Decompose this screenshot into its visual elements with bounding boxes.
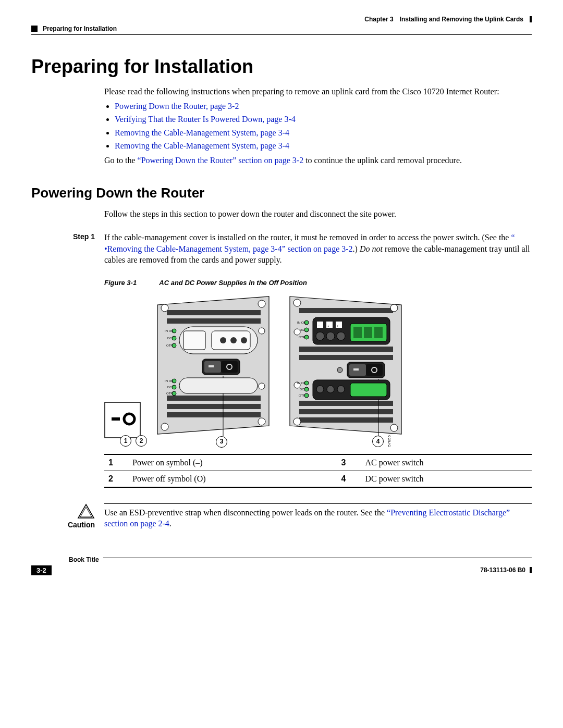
footer-end-bar-icon <box>530 567 532 573</box>
svg-point-48 <box>390 304 398 312</box>
svg-rect-30 <box>209 365 214 367</box>
caution-label: Caution <box>68 520 95 530</box>
svg-rect-76 <box>353 368 359 371</box>
callout-2: 2 <box>136 435 147 447</box>
callout-4: 4 <box>372 436 384 447</box>
svg-rect-64 <box>353 327 362 338</box>
document-page: Chapter 3 Installing and Removing the Up… <box>0 0 563 586</box>
svg-rect-42 <box>299 347 393 352</box>
svg-text:DC: DC <box>167 337 172 340</box>
svg-marker-91 <box>78 504 94 518</box>
svg-rect-33 <box>179 378 258 393</box>
svg-point-60 <box>316 332 324 340</box>
header-end-bar-icon <box>530 16 532 22</box>
table-row: 2 Power off symbol (O) 4 DC power switch <box>104 471 532 487</box>
svg-text:IN OK: IN OK <box>297 381 305 385</box>
svg-text:DC: DC <box>300 388 304 391</box>
svg-rect-20 <box>183 331 205 350</box>
h2-intro-text: Follow the steps in this section to powe… <box>104 208 532 220</box>
dc-power-supply: − ⏚ + IN OK DC <box>286 292 406 438</box>
svg-point-13 <box>259 328 265 334</box>
svg-point-84 <box>337 386 345 393</box>
svg-point-62 <box>337 332 345 340</box>
figure-artnum: 57855 <box>387 435 393 447</box>
svg-rect-81 <box>350 383 387 397</box>
svg-rect-4 <box>167 310 261 315</box>
callout-1: 1 <box>120 435 131 447</box>
section-marker-icon <box>31 26 38 32</box>
step-1-label: Step 1 <box>31 232 104 266</box>
svg-point-36 <box>172 391 176 396</box>
figure-legend-table: 1 Power on symbol (–) 3 AC power switch … <box>104 454 532 487</box>
page-footer: Book Title 3-2 78-13113-06 B0 <box>31 556 532 575</box>
svg-rect-46 <box>299 417 393 423</box>
figure-caption: Figure 3-1 AC and DC Power Supplies in t… <box>104 278 532 288</box>
svg-rect-8 <box>167 412 261 417</box>
svg-text:OTF: OTF <box>166 392 173 395</box>
step-1-body: If the cable-management cover is install… <box>104 232 532 266</box>
svg-text:OTF: OTF <box>166 344 173 347</box>
svg-rect-75 <box>366 364 383 376</box>
svg-point-23 <box>172 343 176 348</box>
svg-point-22 <box>172 336 176 340</box>
svg-point-10 <box>258 300 265 307</box>
link-removing-cms-1[interactable]: Removing the Cable-Management System, pa… <box>115 128 289 137</box>
intro-block: Please read the following instructions w… <box>104 86 532 166</box>
svg-rect-6 <box>167 396 261 401</box>
svg-rect-7 <box>167 404 261 409</box>
chapter-number: Chapter 3 <box>364 16 393 23</box>
svg-text:DC: DC <box>300 328 304 331</box>
caution-icon <box>77 503 95 519</box>
doc-number: 78-13113-06 B0 <box>480 566 525 574</box>
svg-point-47 <box>293 299 301 306</box>
svg-point-35 <box>172 385 176 389</box>
svg-point-69 <box>304 335 309 339</box>
page-subheader: Preparing for Installation <box>31 25 532 32</box>
link-goto-powering[interactable]: “Powering Down the Router” section on pa… <box>138 156 304 165</box>
page-number: 3-2 <box>31 565 52 575</box>
link-verifying[interactable]: Verifying That the Router Is Powered Dow… <box>115 115 296 124</box>
svg-point-78 <box>337 367 342 373</box>
svg-rect-65 <box>364 327 372 338</box>
svg-rect-43 <box>299 355 393 360</box>
svg-point-18 <box>230 337 237 343</box>
svg-rect-45 <box>299 409 393 414</box>
link-list: Powering Down the Router, page 3-2 Verif… <box>104 101 532 152</box>
section-name: Preparing for Installation <box>43 25 117 32</box>
heading-powering-down: Powering Down the Router <box>31 185 532 201</box>
svg-point-19 <box>241 337 247 343</box>
step-1: Step 1 If the cable-management cover is … <box>31 232 532 266</box>
link-powering-down[interactable]: Powering Down the Router, page 3-2 <box>115 102 239 110</box>
svg-text:IN OK: IN OK <box>165 329 173 332</box>
svg-text:IN OK: IN OK <box>165 379 173 382</box>
intro-text: Please read the following instructions w… <box>104 86 532 97</box>
svg-rect-66 <box>374 327 383 338</box>
book-title: Book Title <box>69 556 99 563</box>
link-removing-cms-2[interactable]: Removing the Cable-Management System, pa… <box>115 141 289 150</box>
svg-rect-5 <box>167 318 261 324</box>
svg-point-12 <box>258 418 265 425</box>
power-symbol-closeup <box>104 402 141 438</box>
page-header: Chapter 3 Installing and Removing the Up… <box>31 16 532 23</box>
ac-power-supply: IN OK DC OTF <box>153 292 273 438</box>
svg-text:DC: DC <box>167 386 172 389</box>
figure-3-1: IN OK DC OTF <box>104 292 532 438</box>
callout-3: 3 <box>216 436 227 448</box>
svg-point-14 <box>259 383 265 389</box>
svg-point-61 <box>326 332 335 340</box>
svg-rect-29 <box>221 361 238 373</box>
svg-text:OTF: OTF <box>299 336 305 339</box>
svg-point-83 <box>327 386 334 393</box>
svg-point-11 <box>161 423 168 430</box>
caution-block: Caution Use an ESD-preventive strap when… <box>31 503 532 530</box>
svg-text:IN OK: IN OK <box>297 321 305 324</box>
svg-text:OTF: OTF <box>299 394 305 397</box>
svg-point-9 <box>161 304 168 312</box>
svg-point-86 <box>304 387 309 391</box>
svg-text:−: − <box>318 324 320 327</box>
header-rule <box>31 34 532 35</box>
heading-preparing: Preparing for Installation <box>31 56 532 78</box>
svg-point-68 <box>304 328 309 332</box>
svg-point-49 <box>293 418 301 425</box>
svg-rect-1 <box>112 417 120 421</box>
